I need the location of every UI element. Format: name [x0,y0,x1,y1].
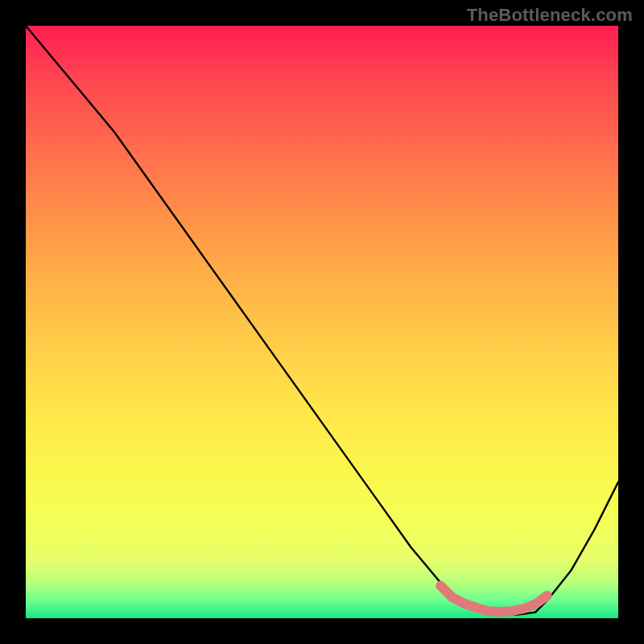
bottleneck-curve-path [26,26,618,615]
chart-svg [26,26,618,618]
chart-frame: TheBottleneck.com [0,0,644,644]
watermark-label: TheBottleneck.com [467,5,633,26]
sweet-spot-band-path [440,586,547,612]
plot-area [26,26,618,618]
